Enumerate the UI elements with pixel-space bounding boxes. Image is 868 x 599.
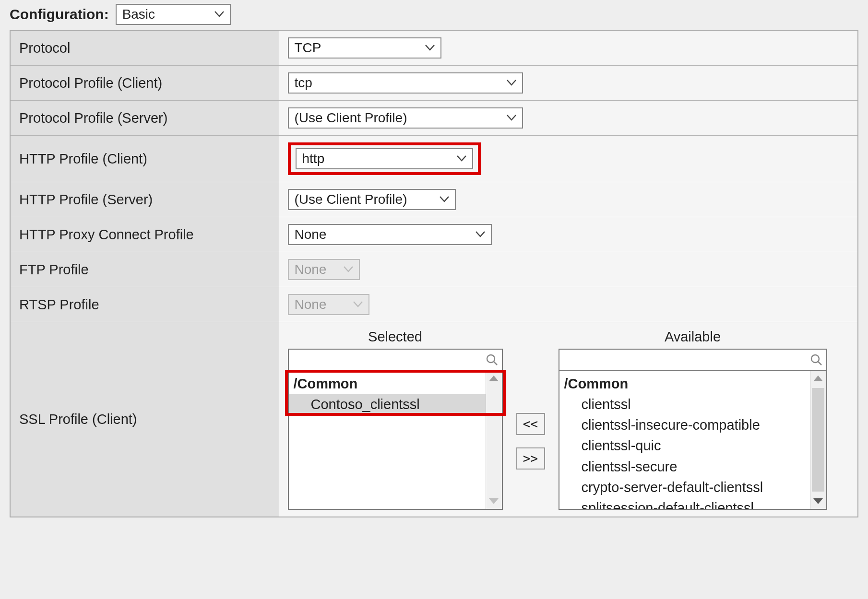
row-ftp-profile: FTP Profile None <box>10 252 858 287</box>
protocol-profile-server-select[interactable]: (Use Client Profile) <box>288 107 523 129</box>
ssl-selected-group: /Common <box>289 374 486 394</box>
configuration-table: Protocol TCP Protocol Profile (Client) t… <box>10 30 858 517</box>
list-item[interactable]: clientssl <box>559 394 810 415</box>
row-protocol-profile-server: Protocol Profile (Server) (Use Client Pr… <box>10 101 858 136</box>
chevron-down-icon <box>353 301 363 308</box>
http-proxy-connect-profile-select[interactable]: None <box>288 224 492 245</box>
list-item[interactable]: clientssl-insecure-compatible <box>559 415 810 435</box>
scroll-up-icon <box>813 376 823 381</box>
scroll-thumb <box>488 388 500 492</box>
label-ftp-profile: FTP Profile <box>10 252 279 287</box>
row-protocol-profile-client: Protocol Profile (Client) tcp <box>10 66 858 101</box>
row-http-proxy-connect-profile: HTTP Proxy Connect Profile None <box>10 217 858 252</box>
configuration-mode-value: Basic <box>122 7 155 22</box>
chevron-down-icon <box>476 231 485 238</box>
row-rtsp-profile: RTSP Profile None <box>10 287 858 322</box>
list-item[interactable]: Contoso_clientssl <box>289 394 486 415</box>
chevron-down-icon <box>214 11 224 18</box>
list-item[interactable]: clientssl-secure <box>559 457 810 477</box>
highlight-http-profile-client: http <box>288 142 481 175</box>
ssl-selected-listbox[interactable]: /Common Contoso_clientssl <box>289 371 486 509</box>
protocol-select[interactable]: TCP <box>288 37 441 59</box>
label-http-profile-client: HTTP Profile (Client) <box>10 136 279 182</box>
svg-line-3 <box>818 362 821 365</box>
label-http-proxy-connect-profile: HTTP Proxy Connect Profile <box>10 217 279 252</box>
label-protocol-profile-server: Protocol Profile (Server) <box>10 101 279 136</box>
scrollbar[interactable] <box>810 371 826 509</box>
ssl-selected-column: Selected /Common Contoso_clientssl <box>288 329 503 510</box>
http-profile-client-select[interactable]: http <box>296 148 473 169</box>
list-item[interactable]: crypto-server-default-clientssl <box>559 477 810 498</box>
row-ssl-profile-client: SSL Profile (Client) Selected <box>10 322 858 517</box>
chevron-down-icon <box>344 266 353 273</box>
move-left-button[interactable]: << <box>516 413 545 435</box>
chevron-down-icon <box>507 80 516 86</box>
row-protocol: Protocol TCP <box>10 30 858 66</box>
row-http-profile-client: HTTP Profile (Client) http <box>10 136 858 182</box>
chevron-down-icon <box>440 196 449 203</box>
ssl-available-listbox[interactable]: /Common clientssl clientssl-insecure-com… <box>559 371 810 509</box>
label-protocol-profile-client: Protocol Profile (Client) <box>10 66 279 101</box>
protocol-profile-client-select[interactable]: tcp <box>288 72 523 94</box>
scroll-up-icon <box>489 376 499 381</box>
label-protocol: Protocol <box>10 30 279 66</box>
chevron-down-icon <box>425 45 435 51</box>
ssl-available-column: Available /Common clientssl clientssl-in… <box>559 329 827 510</box>
label-http-profile-server: HTTP Profile (Server) <box>10 182 279 217</box>
svg-point-2 <box>811 355 819 363</box>
scroll-down-icon <box>489 498 499 504</box>
scrollbar[interactable] <box>486 371 502 509</box>
ssl-available-header: Available <box>559 329 827 349</box>
label-ssl-profile-client: SSL Profile (Client) <box>10 322 279 517</box>
scroll-down-icon <box>813 498 823 504</box>
svg-point-0 <box>487 355 495 363</box>
move-right-button[interactable]: >> <box>516 447 545 470</box>
row-http-profile-server: HTTP Profile (Server) (Use Client Profil… <box>10 182 858 217</box>
scroll-thumb[interactable] <box>812 388 824 492</box>
configuration-label: Configuration: <box>10 6 109 23</box>
ssl-available-group: /Common <box>559 374 810 394</box>
ssl-available-search[interactable] <box>559 349 827 371</box>
search-icon <box>486 353 498 366</box>
http-profile-server-select[interactable]: (Use Client Profile) <box>288 189 456 210</box>
ssl-selected-header: Selected <box>288 329 503 349</box>
label-rtsp-profile: RTSP Profile <box>10 287 279 322</box>
ftp-profile-select: None <box>288 259 360 280</box>
svg-line-1 <box>494 362 497 365</box>
ssl-selected-search[interactable] <box>288 349 503 371</box>
list-item[interactable]: splitsession-default-clientssl <box>559 498 810 509</box>
rtsp-profile-select: None <box>288 294 369 315</box>
chevron-down-icon <box>457 155 466 162</box>
search-icon <box>810 353 822 366</box>
configuration-mode-select[interactable]: Basic <box>116 4 231 25</box>
chevron-down-icon <box>507 115 516 121</box>
list-item[interactable]: clientssl-quic <box>559 435 810 456</box>
